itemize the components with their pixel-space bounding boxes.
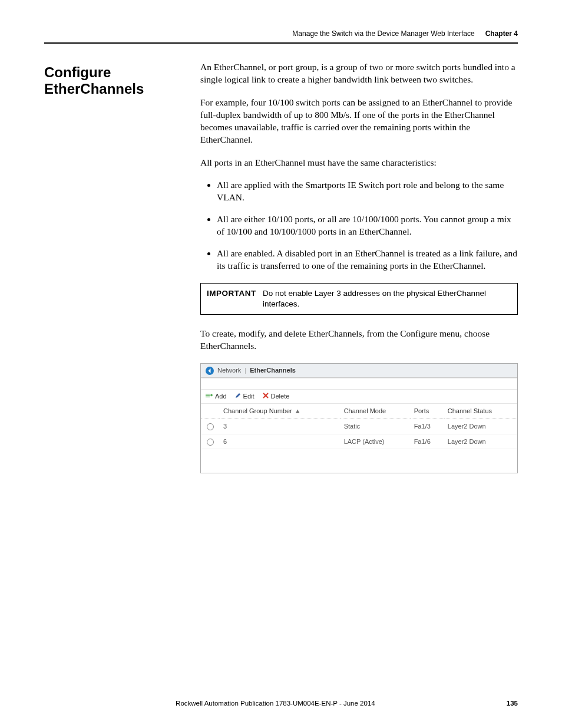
delete-label: Delete bbox=[271, 392, 290, 401]
important-callout: IMPORTANT Do not enable Layer 3 addresse… bbox=[200, 283, 518, 315]
header-rule bbox=[44, 42, 518, 44]
footer-publication: Rockwell Automation Publication 1783-UM0… bbox=[44, 700, 507, 707]
add-label: Add bbox=[215, 392, 227, 401]
cell-ports: Fa1/6 bbox=[411, 434, 444, 449]
add-icon bbox=[206, 392, 213, 401]
col-status[interactable]: Channel Status bbox=[444, 404, 517, 419]
paragraph-1: An EtherChannel, or port group, is a gro… bbox=[200, 61, 518, 86]
svg-rect-0 bbox=[206, 394, 210, 394]
cell-ports: Fa1/3 bbox=[411, 419, 444, 434]
breadcrumb-sep: | bbox=[244, 366, 246, 375]
cell-cgn: 3 bbox=[220, 419, 340, 434]
header-chapter: Chapter 4 bbox=[485, 29, 518, 38]
svg-rect-2 bbox=[206, 397, 210, 397]
cell-status: Layer2 Down bbox=[444, 419, 517, 434]
row-radio[interactable] bbox=[207, 439, 214, 446]
paragraph-2: For example, four 10/100 switch ports ca… bbox=[200, 97, 518, 146]
paragraph-3: All ports in an EtherChannel must have t… bbox=[200, 157, 518, 169]
table-row[interactable]: 3 Static Fa1/3 Layer2 Down bbox=[201, 419, 517, 434]
bullet-1: All are applied with the Smartports IE S… bbox=[217, 179, 518, 204]
col-cgn[interactable]: Channel Group Number▲ bbox=[220, 404, 340, 419]
cell-status: Layer2 Down bbox=[444, 434, 517, 449]
sort-asc-icon: ▲ bbox=[295, 407, 301, 414]
back-icon[interactable] bbox=[206, 367, 214, 375]
paragraph-4: To create, modify, and delete EtherChann… bbox=[200, 328, 518, 353]
edit-label: Edit bbox=[243, 392, 254, 401]
cell-mode: Static bbox=[340, 419, 411, 434]
section-title: Configure EtherChannels bbox=[44, 61, 200, 97]
header-title: Manage the Switch via the Device Manager… bbox=[292, 29, 474, 38]
bullet-3: All are enabled. A disabled port in an E… bbox=[217, 248, 518, 272]
delete-icon bbox=[263, 392, 269, 401]
breadcrumb-network[interactable]: Network bbox=[217, 366, 241, 375]
edit-icon bbox=[235, 392, 241, 401]
col-mode[interactable]: Channel Mode bbox=[340, 404, 411, 419]
svg-rect-1 bbox=[206, 396, 210, 396]
etherchannels-table: Channel Group Number▲ Channel Mode Ports… bbox=[201, 404, 517, 450]
col-ports[interactable]: Ports bbox=[411, 404, 444, 419]
breadcrumb-etherchannels: EtherChannels bbox=[250, 366, 296, 375]
edit-button[interactable]: Edit bbox=[235, 392, 254, 401]
page-footer: Rockwell Automation Publication 1783-UM0… bbox=[44, 700, 518, 707]
cell-cgn: 6 bbox=[220, 434, 340, 449]
bullet-2: All are either 10/100 ports, or all are … bbox=[217, 213, 518, 238]
cell-mode: LACP (Active) bbox=[340, 434, 411, 449]
delete-button[interactable]: Delete bbox=[263, 392, 290, 401]
page-header: Manage the Switch via the Device Manager… bbox=[44, 29, 518, 38]
table-row[interactable]: 6 LACP (Active) Fa1/6 Layer2 Down bbox=[201, 434, 517, 449]
col-select bbox=[201, 404, 220, 419]
important-text: Do not enable Layer 3 addresses on the p… bbox=[263, 288, 511, 309]
etherchannels-panel: Network | EtherChannels Add bbox=[200, 363, 518, 473]
breadcrumb: Network | EtherChannels bbox=[201, 364, 517, 378]
footer-page-number: 135 bbox=[507, 700, 518, 707]
important-label: IMPORTANT bbox=[207, 288, 263, 309]
row-radio[interactable] bbox=[207, 423, 214, 430]
add-button[interactable]: Add bbox=[206, 392, 227, 401]
svg-rect-4 bbox=[211, 394, 211, 396]
